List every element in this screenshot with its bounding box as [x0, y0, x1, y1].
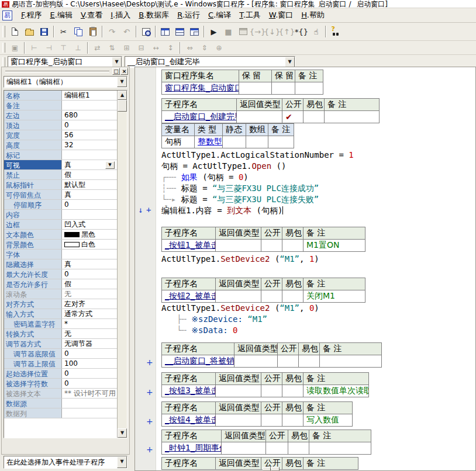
code-line[interactable]: ActUtlType1.SetDevice2 (“M1”, 0): [161, 303, 475, 314]
table-cell[interactable]: [246, 136, 268, 148]
property-value[interactable]: 左对齐: [62, 299, 117, 309]
property-row[interactable]: 备注: [4, 101, 117, 110]
property-value[interactable]: [62, 101, 117, 110]
method-combo[interactable]: __启动窗口_创建完毕 ▼: [125, 56, 295, 68]
pause-button[interactable]: ☝: [309, 25, 323, 39]
property-value[interactable]: 白色: [62, 240, 117, 249]
property-row[interactable]: 左边680: [4, 110, 117, 120]
class-combo[interactable]: 窗口程序集_启动窗口 ▼: [8, 56, 122, 68]
property-value[interactable]: 56: [62, 130, 117, 140]
property-value[interactable]: 真▼: [62, 160, 117, 169]
table-cell[interactable]: [223, 136, 246, 148]
menu-r[interactable]: R.运行: [173, 9, 204, 22]
table-cell[interactable]: [237, 111, 282, 123]
property-value[interactable]: 假: [62, 279, 117, 289]
property-value[interactable]: [62, 210, 117, 219]
table-cell[interactable]: [282, 385, 303, 397]
property-value[interactable]: 0: [62, 120, 117, 130]
property-grid-scrollbar[interactable]: ▲ ▼: [117, 91, 127, 438]
new-file-button[interactable]: [8, 25, 22, 39]
table-cell[interactable]: [282, 414, 303, 427]
property-value[interactable]: [62, 250, 117, 259]
property-row[interactable]: 边框凹入式: [4, 220, 117, 230]
property-row[interactable]: 对齐方式左对齐: [4, 299, 117, 309]
expand-plus-icon[interactable]: +: [146, 388, 153, 396]
table-cell[interactable]: [288, 442, 309, 455]
code-line[interactable]: ┆╌╌ 标题 = “与三菱FX3U PLC连接成功”: [161, 183, 475, 194]
panel-float-button[interactable]: □: [112, 68, 120, 75]
property-value[interactable]: 32: [62, 140, 117, 150]
code-line[interactable]: ┌╌╌ 如果 (句柄 = 0): [161, 172, 475, 183]
menu-b[interactable]: B.数据库: [134, 9, 173, 22]
property-row[interactable]: 隐藏选择真: [4, 259, 117, 269]
property-value[interactable]: 黑色: [62, 230, 117, 239]
chevron-down-icon[interactable]: ▼: [285, 57, 295, 67]
property-value[interactable]: ** 设计时不可用: [62, 389, 117, 398]
expand-plus-icon[interactable]: +: [146, 206, 151, 214]
toggle-property-panel-button[interactable]: [187, 25, 202, 39]
property-value[interactable]: 假: [62, 170, 117, 179]
table-cell[interactable]: [216, 290, 261, 303]
chevron-down-icon[interactable]: ▼: [105, 161, 115, 169]
table-cell[interactable]: __启动窗口_将被销毁: [162, 355, 234, 368]
code-line[interactable]: └╌▸ 标题 = “与三菱FX3U PLC连接失败”: [161, 194, 475, 205]
property-row[interactable]: 文本颜色黑色: [4, 230, 117, 240]
table-cell[interactable]: [320, 355, 382, 368]
table-cell[interactable]: [295, 82, 323, 95]
menu-c[interactable]: C.编译: [204, 9, 235, 22]
event-handler-combo[interactable]: 在此处选择加入事件处理子程序 ▼: [4, 456, 127, 469]
view-source-button[interactable]: [139, 25, 153, 39]
table-cell[interactable]: [222, 442, 266, 455]
table-cell[interactable]: 关闭M1: [303, 290, 365, 303]
property-row[interactable]: 名称编辑框1: [4, 91, 117, 101]
table-cell[interactable]: [309, 442, 371, 455]
copy-button[interactable]: [71, 25, 85, 39]
chevron-down-icon[interactable]: ▼: [117, 456, 127, 468]
cut-button[interactable]: ✂: [56, 25, 71, 39]
table-cell[interactable]: [268, 136, 294, 148]
property-row[interactable]: 是否允许多行假: [4, 279, 117, 289]
paste-button[interactable]: [85, 25, 100, 39]
table-cell[interactable]: 窗口程序集_启动窗口: [162, 82, 239, 95]
expand-plus-icon[interactable]: +: [146, 358, 153, 366]
table-cell[interactable]: [282, 240, 303, 252]
table-cell[interactable]: 整数型: [195, 136, 223, 148]
property-row[interactable]: 内容: [4, 210, 117, 220]
table-cell[interactable]: __启动窗口_创建完毕: [162, 111, 237, 123]
property-row[interactable]: 鼠标指针默认型: [4, 180, 117, 190]
property-value[interactable]: 无: [62, 289, 117, 299]
property-value[interactable]: 680: [62, 110, 117, 120]
object-selector-combo[interactable]: 编辑框1（编辑框） ▼: [4, 76, 127, 88]
property-value[interactable]: 无: [62, 329, 117, 338]
property-row[interactable]: 最大允许长度0: [4, 269, 117, 279]
property-value[interactable]: 0: [62, 379, 117, 388]
property-row[interactable]: 输入方式通常方式: [4, 309, 117, 319]
property-row[interactable]: 数据列: [4, 408, 117, 418]
property-row[interactable]: 被选择字符数0: [4, 379, 117, 389]
expand-plus-icon[interactable]: +: [146, 445, 153, 453]
property-row[interactable]: 被选择文本** 设计时不可用: [4, 389, 117, 399]
scroll-down-icon[interactable]: ▼: [118, 428, 127, 438]
table-cell[interactable]: _按钮3_被单击: [162, 385, 216, 397]
table-cell[interactable]: _按钮2_被单击: [162, 290, 216, 303]
property-value[interactable]: 0: [62, 269, 117, 279]
property-row[interactable]: 起始选择位置0: [4, 369, 117, 379]
chevron-down-icon[interactable]: ▼: [112, 57, 122, 67]
property-row[interactable]: 密码遮盖字符*: [4, 319, 117, 329]
fold-arrow-icon[interactable]: ↓: [138, 206, 143, 214]
code-line[interactable]: ├╌ ※szDevice: “M1”: [161, 314, 475, 325]
property-value[interactable]: [62, 150, 117, 160]
property-row[interactable]: 背景颜色白色: [4, 240, 117, 250]
code-line[interactable]: ActUtlType1.SetDevice2 (“M1”, 1): [161, 254, 475, 265]
table-cell[interactable]: 句柄: [162, 136, 195, 148]
public-check-icon[interactable]: ✔: [282, 111, 303, 123]
code-line[interactable]: ActUtlType1.ActLogicalStationNumber = 1: [161, 150, 475, 161]
property-value[interactable]: 默认型: [62, 180, 117, 189]
scrollbar-track[interactable]: [118, 112, 127, 428]
property-value[interactable]: 通常方式: [62, 309, 117, 318]
property-row[interactable]: 数据源: [4, 399, 117, 408]
table-cell[interactable]: [234, 355, 278, 368]
table-cell[interactable]: [216, 414, 261, 427]
menu-h[interactable]: H.帮助: [297, 9, 329, 22]
property-row[interactable]: 禁止假: [4, 170, 117, 180]
